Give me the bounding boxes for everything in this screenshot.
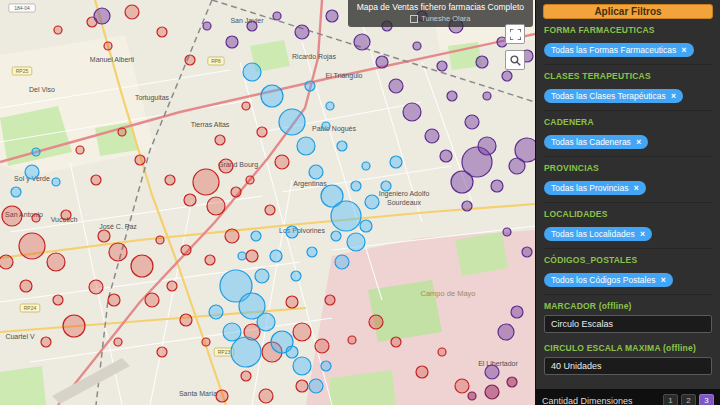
map-marker-red[interactable] <box>91 175 101 185</box>
map-marker-cyan[interactable] <box>321 361 331 371</box>
map-marker-cyan[interactable] <box>231 337 261 367</box>
map-marker-cyan[interactable] <box>255 269 269 283</box>
map-marker-purple[interactable] <box>413 42 421 50</box>
map-marker-maroon[interactable] <box>485 385 499 399</box>
map-marker-purple[interactable] <box>226 36 238 48</box>
map-marker-red[interactable] <box>391 337 401 347</box>
map-marker-cyan[interactable] <box>25 165 39 179</box>
chip-close-icon[interactable]: × <box>671 91 676 101</box>
map-marker-cyan[interactable] <box>390 156 402 168</box>
map-marker-purple[interactable] <box>203 22 211 30</box>
map-marker-red[interactable] <box>369 315 383 329</box>
chip-close-icon[interactable]: × <box>661 275 666 285</box>
map-marker-red[interactable] <box>108 294 120 306</box>
dimension-button-3[interactable]: 3 <box>699 394 714 405</box>
map-marker-red[interactable] <box>325 295 335 305</box>
marcador-select[interactable]: Circulo Escalas <box>544 315 712 333</box>
map-marker-purple[interactable] <box>476 56 488 68</box>
map-marker-cyan[interactable] <box>291 271 301 281</box>
map-marker-purple[interactable] <box>491 180 503 192</box>
map-marker-red[interactable] <box>156 236 164 244</box>
map-marker-red[interactable] <box>315 339 329 353</box>
map-marker-red[interactable] <box>131 255 153 277</box>
map-marker-red[interactable] <box>2 206 22 226</box>
map-marker-red[interactable] <box>207 197 225 215</box>
map-marker-purple[interactable] <box>502 71 512 81</box>
fullscreen-button[interactable] <box>505 24 525 44</box>
dimension-button-2[interactable]: 2 <box>681 394 696 405</box>
map-marker-purple[interactable] <box>247 21 257 31</box>
map-marker-purple[interactable] <box>511 306 523 318</box>
filter-chip[interactable]: Todas las Cadeneras × <box>544 135 648 149</box>
map-marker-red[interactable] <box>135 155 145 165</box>
map-marker-cyan[interactable] <box>362 162 370 170</box>
map-marker-purple[interactable] <box>389 79 403 93</box>
map-marker-purple[interactable] <box>94 8 110 24</box>
map-marker-red[interactable] <box>181 245 191 255</box>
map-marker-red[interactable] <box>257 127 267 137</box>
map-marker-red[interactable] <box>114 338 122 346</box>
map-marker-purple[interactable] <box>483 92 491 100</box>
filter-chip[interactable]: Todas las Localidades × <box>544 227 652 241</box>
map-marker-red[interactable] <box>241 371 251 381</box>
map-marker-cyan[interactable] <box>209 305 223 319</box>
map-marker-purple[interactable] <box>447 91 457 101</box>
chip-close-icon[interactable]: × <box>640 229 645 239</box>
map-marker-cyan[interactable] <box>223 323 241 341</box>
map-marker-red[interactable] <box>216 390 228 402</box>
map-marker-cyan[interactable] <box>32 148 40 156</box>
map-marker-cyan[interactable] <box>326 102 334 110</box>
map-marker-purple[interactable] <box>376 56 388 68</box>
map-marker-cyan[interactable] <box>243 63 261 81</box>
map-marker-red[interactable] <box>167 281 177 291</box>
map-marker-red[interactable] <box>109 243 127 261</box>
map-marker-red[interactable] <box>296 380 308 392</box>
map-marker-red[interactable] <box>286 296 298 308</box>
map-marker-maroon[interactable] <box>507 377 517 387</box>
map-marker-red[interactable] <box>246 176 254 184</box>
map-marker-purple[interactable] <box>295 25 309 39</box>
map-marker-cyan[interactable] <box>293 357 311 375</box>
map-marker-cyan[interactable] <box>257 313 275 331</box>
chip-close-icon[interactable]: × <box>682 45 687 55</box>
chip-close-icon[interactable]: × <box>636 137 641 147</box>
map-marker-red[interactable] <box>185 55 195 65</box>
map-marker-cyan[interactable] <box>52 178 60 186</box>
map-marker-purple[interactable] <box>462 201 472 211</box>
filter-chip[interactable]: Todas las Formas Farmaceuticas × <box>544 43 694 57</box>
map-marker-purple[interactable] <box>273 12 281 20</box>
map-marker-cyan[interactable] <box>261 85 283 107</box>
map-marker-red[interactable] <box>61 210 71 220</box>
map-marker-red[interactable] <box>293 323 311 341</box>
escala-maxima-select[interactable]: 40 Unidades <box>544 357 712 375</box>
map-marker-cyan[interactable] <box>309 165 323 179</box>
map-marker-red[interactable] <box>125 5 139 19</box>
map-marker-red[interactable] <box>165 175 175 185</box>
map-marker-cyan[interactable] <box>331 201 361 231</box>
map-marker-red[interactable] <box>259 389 273 403</box>
map-marker-purple[interactable] <box>503 228 511 236</box>
map-marker-purple[interactable] <box>403 103 421 121</box>
map-marker-cyan[interactable] <box>11 187 21 197</box>
map-marker-cyan[interactable] <box>307 247 317 257</box>
map-marker-red[interactable] <box>231 187 241 197</box>
map-marker-cyan[interactable] <box>360 220 372 232</box>
map-marker-red[interactable] <box>104 42 112 50</box>
map-marker-cyan[interactable] <box>322 122 330 130</box>
dimension-button-1[interactable]: 1 <box>663 394 678 405</box>
map-marker-cyan[interactable] <box>286 346 298 358</box>
map-marker-red[interactable] <box>145 293 159 307</box>
zoom-search-button[interactable] <box>505 50 525 70</box>
map-marker-purple[interactable] <box>478 137 496 155</box>
filter-chip[interactable]: Todas las Provincias × <box>544 181 646 195</box>
map-marker-cyan[interactable] <box>270 250 282 262</box>
map-marker-red[interactable] <box>0 255 13 269</box>
map-marker-red[interactable] <box>32 214 40 222</box>
map-marker-red[interactable] <box>242 102 250 110</box>
map-marker-cyan[interactable] <box>238 252 246 260</box>
map-marker-red[interactable] <box>438 348 446 356</box>
map-marker-red[interactable] <box>225 229 239 243</box>
map-marker-red[interactable] <box>416 366 428 378</box>
map-marker-cyan[interactable] <box>337 141 347 151</box>
map-marker-red[interactable] <box>184 194 196 206</box>
